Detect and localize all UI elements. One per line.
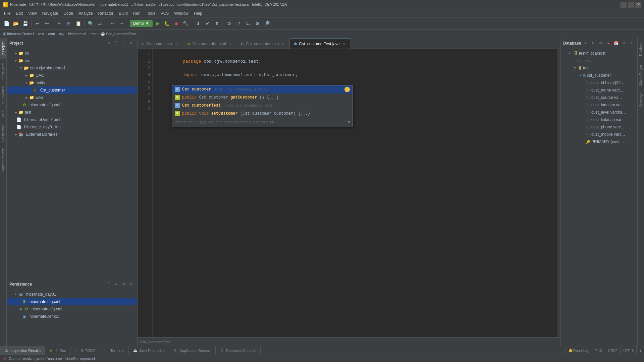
status-tab-terminal[interactable]: >_ Terminal bbox=[100, 346, 129, 355]
status-read-only[interactable]: ♦ bbox=[636, 346, 644, 355]
menu-view[interactable]: View bbox=[25, 10, 40, 16]
db-item-cst-table[interactable]: ▼ ⊞ cst_customer bbox=[560, 72, 637, 79]
side-tab-persistence[interactable]: Persistence bbox=[0, 121, 6, 145]
run-config-button[interactable]: Demo ▼ bbox=[130, 20, 153, 27]
project-panel-layout[interactable]: ☰ bbox=[113, 40, 120, 47]
settings-button[interactable]: ⚙ bbox=[253, 19, 262, 28]
breadcrumb-root[interactable]: ▣ hibernateDemo1 bbox=[3, 32, 34, 36]
tree-item-web[interactable]: ▶ 📁 web bbox=[7, 94, 137, 101]
menu-code[interactable]: Code bbox=[61, 10, 76, 16]
toolbar-save[interactable]: 💾 bbox=[21, 19, 30, 28]
menu-navigate[interactable]: Navigate bbox=[40, 10, 61, 16]
db-col-cust-industry[interactable]: ⬛ cust_industry va... bbox=[560, 101, 637, 109]
status-position[interactable]: 7:13 bbox=[592, 346, 605, 355]
breadcrumb-hbm[interactable]: hbmdemo1 bbox=[68, 32, 87, 36]
debug-button[interactable]: 🐛 bbox=[163, 19, 171, 28]
breadcrumb-test2[interactable]: test bbox=[91, 32, 97, 36]
stop-button[interactable]: ■ bbox=[172, 19, 181, 28]
persistence-add[interactable]: + bbox=[113, 281, 120, 288]
side-tab-coverage[interactable]: Coverage bbox=[638, 89, 644, 110]
toolbar-paste[interactable]: 📋 bbox=[74, 19, 83, 28]
project-panel-close[interactable]: ✕ bbox=[128, 40, 135, 47]
tab-customer-xml[interactable]: ⚙ Customer.hbm.xml ✕ bbox=[183, 39, 237, 49]
maximize-button[interactable]: □ bbox=[628, 2, 634, 8]
tab-customer-java[interactable]: C Customer.java ✕ bbox=[138, 39, 183, 49]
menu-analyze[interactable]: Analyze bbox=[76, 10, 96, 16]
tree-item-hib-xml[interactable]: ⚙ hibernate.cfg.xml bbox=[7, 101, 137, 109]
status-encoding[interactable]: UTF-8 bbox=[620, 346, 636, 355]
build-button[interactable]: 🔨 bbox=[181, 19, 190, 28]
db-item-test[interactable]: ▼ 🗄 test bbox=[560, 64, 637, 72]
side-tab-structure[interactable]: 2: Structure bbox=[0, 59, 6, 83]
toolbar-new[interactable]: 📄 bbox=[2, 19, 11, 28]
toolbar-redo[interactable]: ↪ bbox=[43, 19, 51, 28]
tree-item-test[interactable]: ▶ 📁 test bbox=[7, 109, 137, 116]
db-item-connection[interactable]: ▼ 🗄 test@localhost bbox=[560, 50, 637, 57]
side-tab-maven-right[interactable]: Maven Projects bbox=[638, 59, 644, 89]
tab-cst-customer-test[interactable]: ✱ Cst_customerTest.java ✕ bbox=[290, 39, 351, 49]
db-col-primary[interactable]: 🔑 PRIMARY (cust_... bbox=[560, 138, 637, 145]
tab-close-cst-test[interactable]: ✕ bbox=[342, 42, 346, 46]
toolbar-find[interactable]: 🔍 bbox=[86, 19, 95, 28]
vcs-push[interactable]: ⬆ bbox=[213, 19, 221, 28]
status-line-ending[interactable]: CRLF bbox=[605, 346, 620, 355]
tree-item-iml1[interactable]: 📄 hibernateDemo1.iml bbox=[7, 116, 137, 123]
tree-item-pkg[interactable]: ▼ 📂 com.cjw.hbmdemo1 bbox=[7, 64, 137, 72]
menu-window[interactable]: Window bbox=[171, 10, 191, 16]
side-tab-project[interactable]: 1: Project bbox=[0, 38, 6, 59]
ac-item-cst-test[interactable]: C Cst_customerTest (com.cjw.hbmdemo1.tes… bbox=[172, 102, 353, 110]
search-everywhere[interactable]: 🔎 bbox=[263, 19, 271, 28]
db-refresh-btn[interactable]: ↻ bbox=[590, 40, 596, 47]
project-panel-collapse[interactable]: ⊟ bbox=[120, 40, 127, 47]
project-panel-gear[interactable]: ⚙ bbox=[106, 40, 112, 47]
status-tab-app-servers[interactable]: ⚙ Application Servers bbox=[169, 346, 216, 355]
side-tab-database[interactable]: Database bbox=[638, 38, 644, 59]
status-tab-inspection[interactable]: ⚠ Inspection Results bbox=[0, 346, 45, 355]
vcs-commit[interactable]: ✔ bbox=[203, 19, 212, 28]
code-content[interactable]: package com.cjw.hbmdemo1.test; import co… bbox=[153, 49, 557, 337]
tree-item-lib[interactable]: ▶ 📁 lib bbox=[7, 50, 137, 57]
minimize-button[interactable]: − bbox=[621, 2, 627, 8]
toolbar-open[interactable]: 📂 bbox=[11, 19, 20, 28]
db-col-cust-phone[interactable]: ⬛ cust_phone varc... bbox=[560, 123, 637, 131]
tree-item-entity[interactable]: ▼ 📂 entity bbox=[7, 79, 137, 86]
persistence-item-cfg1[interactable]: ⚙ hibernate.cfg.xml bbox=[7, 298, 137, 305]
breadcrumb-test[interactable]: test bbox=[38, 32, 44, 36]
menu-edit[interactable]: Edit bbox=[13, 10, 25, 16]
persistence-close[interactable]: ✕ bbox=[128, 281, 135, 288]
side-tab-maven[interactable]: Maven Projects bbox=[0, 145, 6, 175]
db-collapse-btn[interactable]: ✕ bbox=[628, 40, 635, 47]
db-col-cust-mobile[interactable]: ⬛ cust_mobile varc... bbox=[560, 131, 637, 138]
persistence-item-cfg2[interactable]: ▶ ⚙ hibernate.cfg.xml bbox=[7, 305, 137, 313]
db-calendar-btn[interactable]: 📅 bbox=[613, 40, 620, 47]
menu-tools[interactable]: Tools bbox=[143, 10, 158, 16]
persistence-item-demo1[interactable]: ▣ hibernateDemo1 bbox=[7, 313, 137, 320]
breadcrumb-cjw[interactable]: cjw bbox=[59, 32, 64, 36]
project-structure[interactable]: 🗂 bbox=[244, 19, 253, 28]
status-tab-db-console[interactable]: 🗄 Database Console bbox=[216, 346, 261, 355]
menu-run[interactable]: Run bbox=[130, 10, 143, 16]
db-col-cust-name[interactable]: ⬛ cust_name varc... bbox=[560, 86, 637, 94]
toolbar-replace[interactable]: ⇄ bbox=[96, 19, 104, 28]
tree-item-src[interactable]: ▼ 📂 src bbox=[7, 57, 137, 64]
tab-close-customer-xml[interactable]: ✕ bbox=[228, 42, 233, 46]
code-editor[interactable]: 1 2 3 4 5 6 7 8 9 package com.cjw.hbmdem… bbox=[138, 49, 560, 337]
status-tab-run[interactable]: ▶ 4: Run bbox=[45, 346, 70, 355]
tab-close-cst-customer[interactable]: ✕ bbox=[281, 42, 285, 46]
tab-close-customer-java[interactable]: ✕ bbox=[174, 42, 179, 46]
toolbar-cut[interactable]: ✂ bbox=[55, 19, 64, 28]
persistence-layout[interactable]: ☰ bbox=[106, 281, 112, 288]
menu-build[interactable]: Build bbox=[116, 10, 130, 16]
toolbar-forward[interactable]: → bbox=[117, 19, 126, 28]
help-button[interactable]: ? bbox=[234, 19, 243, 28]
menu-file[interactable]: File bbox=[1, 10, 13, 16]
autocomplete-popup[interactable]: C Cst_customer (com.cjw.hbmdemo1.entity)… bbox=[172, 85, 353, 127]
db-col-cust-level[interactable]: ⬛ cust_level varcha... bbox=[560, 109, 637, 116]
ac-item-set-customer[interactable]: m public void setCustomer (Cst_customer … bbox=[172, 110, 353, 118]
toolbar-copy[interactable]: ⎘ bbox=[64, 19, 73, 28]
db-add-btn[interactable]: + bbox=[582, 40, 589, 47]
close-button[interactable]: ✕ bbox=[635, 2, 641, 8]
status-tab-java-enterprise[interactable]: ☕ Java Enterprise bbox=[129, 346, 169, 355]
sdk-button[interactable]: ⚙ bbox=[225, 19, 234, 28]
persistence-gear[interactable]: ⚙ bbox=[120, 281, 127, 288]
